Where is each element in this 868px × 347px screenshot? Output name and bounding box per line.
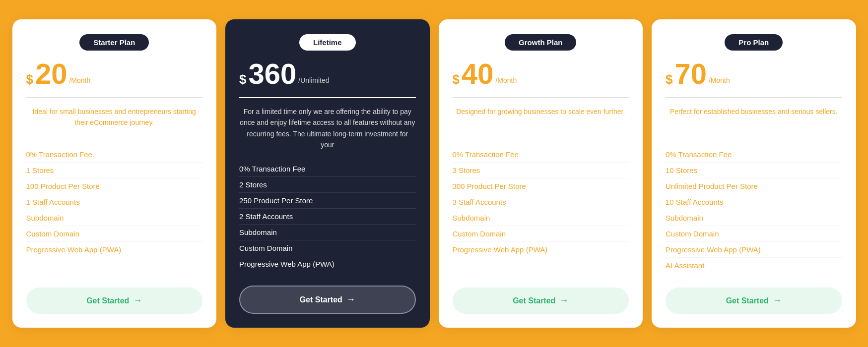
price-row-growth: $ 40 /Month: [453, 59, 629, 88]
plan-description-starter: Ideal for small businesses and entrepren…: [26, 106, 203, 136]
features-list-growth: 0% Transaction Fee3 Stores300 Product Pe…: [453, 147, 629, 274]
badge-wrapper-starter: Starter Plan: [26, 34, 203, 51]
price-period-growth: /Month: [495, 76, 517, 88]
feature-item: 10 Stores: [666, 163, 842, 178]
feature-item: Progressive Web App (PWA): [26, 242, 203, 257]
feature-item: 300 Product Per Store: [453, 178, 629, 194]
features-list-starter: 0% Transaction Fee1 Stores100 Product Pe…: [26, 147, 203, 274]
feature-item: 10 Staff Accounts: [666, 194, 842, 210]
feature-item: 100 Product Per Store: [26, 178, 203, 194]
plan-description-lifetime: For a limited time only we are offering …: [239, 106, 416, 151]
price-period-lifetime: /Unlimited: [298, 76, 329, 88]
badge-wrapper-growth: Growth Plan: [453, 34, 629, 51]
divider-lifetime: [239, 97, 416, 98]
feature-item: Subdomain: [239, 225, 416, 240]
arrow-icon-starter: →: [133, 295, 142, 306]
feature-item: Subdomain: [666, 210, 842, 226]
get-started-button-growth[interactable]: Get Started →: [453, 288, 629, 314]
card-growth: Growth Plan $ 40 /Month Designed for gro…: [439, 19, 643, 328]
feature-item: 0% Transaction Fee: [239, 161, 416, 177]
get-started-button-lifetime[interactable]: Get Started →: [239, 286, 416, 314]
price-amount-starter: 20: [35, 59, 67, 88]
feature-item: Custom Domain: [453, 226, 629, 242]
plan-badge-lifetime: Lifetime: [299, 34, 356, 51]
get-started-button-pro[interactable]: Get Started →: [666, 288, 842, 314]
feature-item: 0% Transaction Fee: [26, 147, 203, 163]
feature-item: Unlimited Product Per Store: [666, 178, 842, 194]
plan-description-growth: Designed for growing businesses to scale…: [453, 106, 629, 136]
badge-wrapper-pro: Pro Plan: [666, 34, 842, 51]
feature-item: 2 Stores: [239, 177, 416, 193]
price-row-lifetime: $ 360 /Unlimited: [239, 59, 416, 88]
get-started-label-pro: Get Started: [726, 296, 769, 305]
pricing-cards: Starter Plan $ 20 /Month Ideal for small…: [12, 19, 856, 328]
get-started-label-lifetime: Get Started: [300, 295, 342, 304]
card-starter: Starter Plan $ 20 /Month Ideal for small…: [12, 19, 217, 328]
divider-starter: [26, 97, 203, 98]
get-started-label-growth: Get Started: [513, 296, 555, 305]
divider-growth: [453, 97, 629, 98]
arrow-icon-lifetime: →: [346, 294, 355, 305]
price-symbol-starter: $: [26, 72, 33, 87]
price-amount-pro: 70: [674, 59, 707, 88]
feature-item: Custom Domain: [26, 226, 203, 242]
plan-badge-pro: Pro Plan: [725, 34, 783, 51]
arrow-icon-pro: →: [773, 295, 782, 306]
features-list-pro: 0% Transaction Fee10 StoresUnlimited Pro…: [666, 147, 842, 274]
price-period-pro: /Month: [709, 76, 730, 88]
plan-badge-starter: Starter Plan: [79, 34, 149, 51]
features-list-lifetime: 0% Transaction Fee2 Stores250 Product Pe…: [239, 161, 416, 272]
plan-description-pro: Perfect for established businesses and s…: [666, 106, 842, 136]
price-amount-lifetime: 360: [248, 59, 296, 88]
feature-item: 1 Stores: [26, 163, 203, 178]
price-symbol-lifetime: $: [239, 72, 246, 87]
price-row-starter: $ 20 /Month: [26, 59, 203, 88]
feature-item: Progressive Web App (PWA): [666, 242, 842, 258]
feature-item: Custom Domain: [666, 226, 842, 242]
divider-pro: [666, 97, 842, 98]
feature-item: 0% Transaction Fee: [666, 147, 842, 163]
feature-item: Subdomain: [26, 210, 203, 226]
price-period-starter: /Month: [69, 76, 90, 88]
feature-item: AI Assistant: [666, 258, 842, 273]
feature-item: 0% Transaction Fee: [453, 147, 629, 163]
feature-item: Progressive Web App (PWA): [453, 242, 629, 257]
card-lifetime: Lifetime $ 360 /Unlimited For a limited …: [225, 19, 430, 328]
card-pro: Pro Plan $ 70 /Month Perfect for establi…: [652, 19, 856, 328]
price-symbol-pro: $: [666, 72, 672, 87]
feature-item: Progressive Web App (PWA): [239, 256, 416, 272]
plan-badge-growth: Growth Plan: [505, 34, 576, 51]
price-amount-growth: 40: [462, 59, 494, 88]
feature-item: Subdomain: [453, 210, 629, 226]
get-started-button-starter[interactable]: Get Started →: [26, 288, 203, 314]
price-symbol-growth: $: [453, 72, 460, 87]
feature-item: Custom Domain: [239, 240, 416, 256]
get-started-label-starter: Get Started: [86, 296, 129, 305]
feature-item: 3 Staff Accounts: [453, 194, 629, 210]
badge-wrapper-lifetime: Lifetime: [239, 34, 416, 51]
feature-item: 2 Staff Accounts: [239, 209, 416, 225]
feature-item: 250 Product Per Store: [239, 193, 416, 209]
price-row-pro: $ 70 /Month: [666, 59, 842, 88]
feature-item: 3 Stores: [453, 163, 629, 178]
feature-item: 1 Staff Accounts: [26, 194, 203, 210]
arrow-icon-growth: →: [559, 295, 568, 306]
